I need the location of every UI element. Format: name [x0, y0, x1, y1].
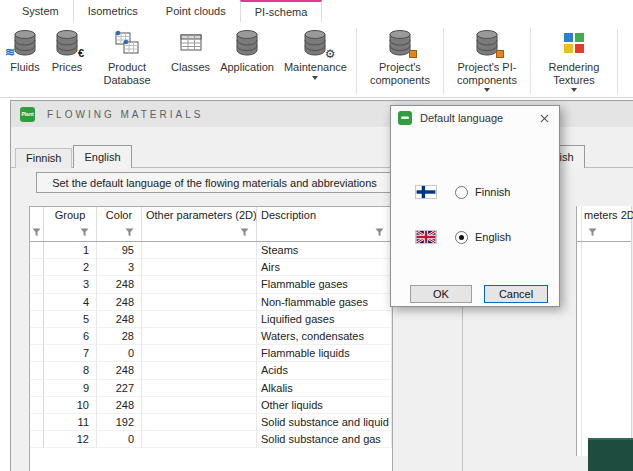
- dropdown-caret-icon: [484, 88, 490, 92]
- database-icon: [231, 26, 263, 60]
- ribbon-item-projects-pi-components[interactable]: Project's PI-components: [448, 25, 526, 97]
- color-cell: 0: [97, 431, 142, 448]
- table-row[interactable]: 5 248 Liquified gases: [30, 311, 392, 328]
- table-row[interactable]: 11 192 Solid substance and liquid: [30, 414, 392, 431]
- description-cell: Flammable gases: [257, 276, 392, 293]
- radio-label: Finnish: [475, 186, 510, 198]
- color-squares-icon: [558, 26, 590, 60]
- group-cell: 12: [44, 431, 97, 448]
- ribbon-group-separator: [356, 28, 357, 94]
- ribbon-item-label: Application: [220, 61, 274, 74]
- color-cell: 192: [97, 414, 142, 431]
- ribbon-tab-strip: System Isometrics Point clouds PI-schema: [0, 0, 633, 22]
- dialog-title: Default language: [420, 112, 503, 124]
- flowing-materials-table: Group Color Other parameters (2D) Descri…: [29, 206, 393, 471]
- color-cell: 3: [97, 259, 142, 276]
- filter-cell[interactable]: [30, 224, 44, 241]
- ribbon-item-label: Classes: [171, 61, 210, 74]
- filter-cell-description[interactable]: [257, 224, 392, 241]
- column-header-group[interactable]: Group: [44, 207, 97, 224]
- option-finnish[interactable]: Finnish: [415, 184, 510, 200]
- description-cell: Steams: [257, 242, 392, 259]
- params-cell: [142, 242, 257, 259]
- ribbon-item-fluids[interactable]: ≋ Fluids: [4, 25, 46, 97]
- color-cell: 248: [97, 397, 142, 414]
- params-cell: [142, 380, 257, 397]
- column-header-description[interactable]: Description: [257, 207, 392, 224]
- ribbon-item-label: Rendering Textures: [540, 61, 608, 86]
- table-row[interactable]: 2 3 Airs: [30, 259, 392, 276]
- ok-button[interactable]: OK: [410, 285, 472, 303]
- group-cell: 10: [44, 397, 97, 414]
- database-euro-icon: €: [51, 26, 83, 60]
- option-english[interactable]: English: [415, 229, 511, 245]
- row-header-cell: [30, 294, 44, 311]
- table-row[interactable]: 3 248 Flammable gases: [30, 276, 392, 293]
- tab-isometrics[interactable]: Isometrics: [74, 0, 152, 22]
- table-row[interactable]: 7 0 Flammable liquids: [30, 345, 392, 362]
- orange-dot-badge-icon: [409, 50, 417, 58]
- column-header-color[interactable]: Color: [97, 207, 142, 224]
- table-row[interactable]: 6 28 Waters, condensates: [30, 328, 392, 345]
- set-default-language-button[interactable]: Set the default language of the flowing …: [36, 172, 393, 193]
- ribbon-item-product-database[interactable]: Product Database: [88, 25, 166, 97]
- color-cell: 28: [97, 328, 142, 345]
- window-title: FLOWING MATERIALS: [47, 109, 203, 120]
- params-cell: [142, 414, 257, 431]
- cancel-button[interactable]: Cancel: [484, 285, 548, 303]
- group-cell: 6: [44, 328, 97, 345]
- filter-funnel-icon[interactable]: [587, 227, 598, 240]
- ribbon: ≋ Fluids € Prices Product Database Class…: [0, 22, 633, 98]
- ribbon-item-classes[interactable]: Classes: [166, 25, 215, 97]
- tab-english-left[interactable]: English: [73, 145, 131, 168]
- table-row[interactable]: 12 0 Solid substance and gas: [30, 431, 392, 448]
- ribbon-item-application[interactable]: Application: [215, 25, 279, 97]
- database-waves-icon: ≋: [9, 26, 41, 60]
- color-cell: 0: [97, 345, 142, 362]
- filter-cell-parameters[interactable]: [142, 224, 257, 241]
- color-cell: 248: [97, 276, 142, 293]
- table-row[interactable]: 1 95 Steams: [30, 242, 392, 259]
- table-row[interactable]: 4 248 Non-flammable gases: [30, 294, 392, 311]
- radio-finnish[interactable]: [455, 186, 468, 199]
- color-cell: 95: [97, 242, 142, 259]
- row-header-cell: [30, 414, 44, 431]
- dialog-titlebar[interactable]: Default language: [391, 106, 559, 130]
- radio-english[interactable]: [455, 231, 468, 244]
- row-header-cell: [30, 380, 44, 397]
- row-header-cell: [30, 276, 44, 293]
- description-cell: Non-flammable gases: [257, 294, 392, 311]
- tab-finnish-left[interactable]: Finnish: [15, 148, 72, 168]
- ribbon-item-maintenance[interactable]: ⚙ Maintenance: [279, 25, 352, 97]
- ribbon-item-rendering-textures[interactable]: Rendering Textures: [535, 25, 613, 97]
- uk-flag-icon: [415, 230, 437, 244]
- ribbon-item-projects-components[interactable]: Project's components: [361, 25, 439, 97]
- table-row[interactable]: 8 248 Acids: [30, 362, 392, 379]
- row-header-cell: [30, 362, 44, 379]
- filter-cell-color[interactable]: [97, 224, 142, 241]
- row-header-cell: [30, 431, 44, 448]
- filter-funnel-icon: [31, 227, 42, 238]
- dropdown-caret-icon: [571, 88, 577, 92]
- color-cell: 227: [97, 380, 142, 397]
- ribbon-group-separator: [443, 28, 444, 94]
- classes-grid-icon: [175, 26, 207, 60]
- filter-row: [30, 224, 392, 242]
- group-cell: 5: [44, 311, 97, 328]
- group-cell: 11: [44, 414, 97, 431]
- filter-cell-group[interactable]: [44, 224, 97, 241]
- tab-point-clouds[interactable]: Point clouds: [152, 0, 240, 22]
- table-row[interactable]: 9 227 Alkalis: [30, 380, 392, 397]
- table-row[interactable]: 10 248 Other liquids: [30, 397, 392, 414]
- description-cell: Solid substance and gas: [257, 431, 392, 448]
- description-cell: Other liquids: [257, 397, 392, 414]
- tab-pi-schema[interactable]: PI-schema: [240, 0, 323, 22]
- filter-funnel-icon: [374, 227, 385, 238]
- right-table-fragment: meters 2D: [576, 206, 632, 456]
- params-cell: [142, 362, 257, 379]
- column-header-other-parameters[interactable]: Other parameters (2D): [142, 207, 257, 224]
- tab-system[interactable]: System: [8, 0, 74, 22]
- row-header-cell: [30, 311, 44, 328]
- ribbon-item-prices[interactable]: € Prices: [46, 25, 88, 97]
- close-icon[interactable]: [536, 110, 552, 126]
